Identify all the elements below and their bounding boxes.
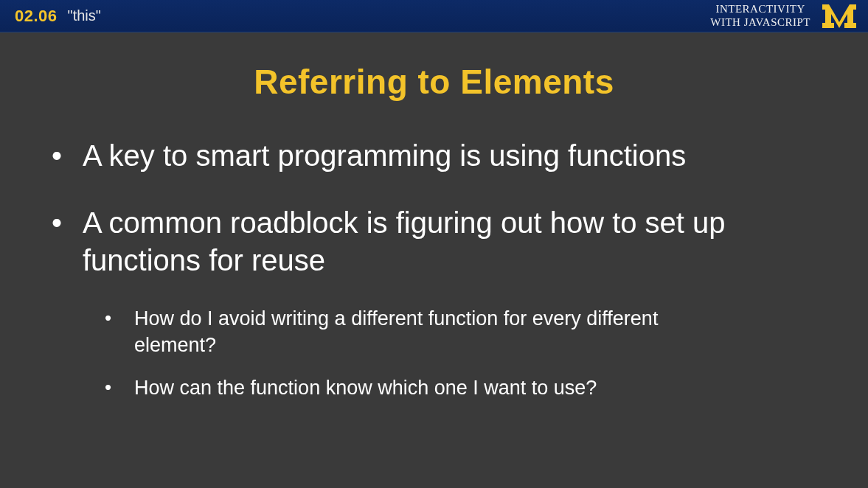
slide-content: Referring to Elements A key to smart pro… <box>0 32 868 453</box>
michigan-logo-icon <box>822 4 856 28</box>
lesson-number: 02.06 <box>15 7 58 26</box>
slide-title: Referring to Elements <box>44 62 824 102</box>
sub-bullet-list: How do I avoid writing a different funct… <box>83 305 791 402</box>
bullet-text: A key to smart programming is using func… <box>83 139 686 172</box>
lesson-title: "this" <box>68 7 101 24</box>
bullet-item: A common roadblock is figuring out how t… <box>83 204 791 402</box>
bullet-list: A key to smart programming is using func… <box>44 137 824 402</box>
sub-bullet-item: How do I avoid writing a different funct… <box>134 305 739 359</box>
course-title: INTERACTIVITY WITH JAVASCRIPT <box>710 3 810 29</box>
course-title-line1: INTERACTIVITY <box>710 3 810 16</box>
bullet-item: A key to smart programming is using func… <box>83 137 791 175</box>
course-title-line2: WITH JAVASCRIPT <box>710 16 810 29</box>
bullet-text: A common roadblock is figuring out how t… <box>83 206 726 276</box>
topbar: 02.06 "this" INTERACTIVITY WITH JAVASCRI… <box>0 0 868 32</box>
sub-bullet-item: How can the function know which one I wa… <box>134 374 739 401</box>
